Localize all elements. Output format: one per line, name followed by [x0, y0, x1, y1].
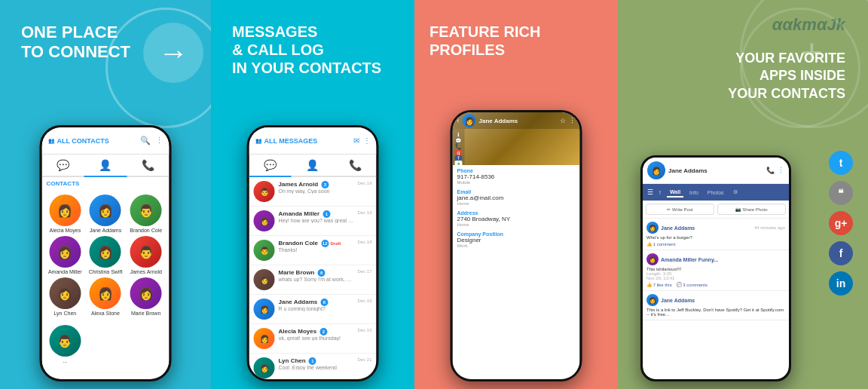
plus-icon: +	[801, 30, 823, 74]
section-headline: FEATURE RICH PROFILES	[414, 23, 618, 59]
list-item[interactable]: 👩 Alexa Stone	[87, 277, 124, 316]
profile-name: Jane Addams	[479, 118, 560, 124]
list-item[interactable]: 👨 James Arnold	[127, 236, 165, 274]
fb-header-icons: 📞 ⋮	[766, 167, 784, 174]
avatar: 👩	[90, 236, 121, 268]
fb-menu-bar: ☰ f Wall Info Photos ⚙	[643, 184, 789, 201]
connect-arrow-icon: →	[143, 23, 203, 83]
section-profiles: FEATURE RICH PROFILES ‹ 👩 Jane Addams ☆ …	[414, 0, 618, 389]
list-item[interactable]: 👩 Jane Addams This is a lnk to Jeff Buck…	[643, 291, 789, 320]
list-item[interactable]: 👩 Lyn Chen	[47, 277, 84, 316]
contacts-icon: 👥	[48, 138, 55, 144]
section-messages: MESSAGES & CALL LOG IN YOUR CONTACTS 👥 A…	[211, 0, 414, 389]
list-item[interactable]: 👩 Alecia Moyes	[47, 194, 84, 233]
avatar: 👩	[647, 161, 665, 179]
list-item[interactable]: 👩 Jane Addams	[87, 194, 124, 233]
fb-photos-tab[interactable]: Photos	[704, 188, 727, 197]
share-photo-button[interactable]: 📷 Share Photo	[717, 204, 786, 215]
call-icon[interactable]: 📞	[455, 144, 463, 150]
avatar: 👩	[49, 277, 81, 309]
fb-info-tab[interactable]: Info	[686, 188, 701, 197]
post-header: 👩 Amanda Miller Funny...	[646, 253, 785, 265]
address-section: Address 2740 Broadway, NY Home	[457, 210, 576, 227]
more-icon[interactable]: ⋮	[155, 136, 164, 145]
contact-grid-bottom: 👨 ...	[42, 320, 170, 368]
tab-contacts-msg[interactable]: 👤	[292, 155, 334, 176]
tab-messages[interactable]: 💬	[249, 155, 292, 177]
tab-phone[interactable]: 📞	[127, 155, 169, 176]
avatar: 👩	[49, 194, 81, 226]
profile-header-bar: ‹ 👩 Jane Addams ☆ ⋮	[453, 112, 580, 129]
linkedin-icon: in	[829, 271, 853, 296]
avatar: 👨	[130, 194, 162, 226]
avatar: 👨	[49, 325, 81, 357]
contacts-title: ALL CONTACTS	[57, 137, 140, 145]
profile-screen: ‹ 👩 Jane Addams ☆ ⋮ ℹ 💬 📞 g f ● t in g	[453, 112, 580, 379]
like-count[interactable]: 👍 1 comment	[646, 241, 675, 247]
post-header: 👩 Jane Addams 44 minutes ago	[646, 222, 785, 234]
write-post-button[interactable]: ✏ Write Post	[646, 204, 714, 215]
section-headline: MESSAGES & CALL LOG IN YOUR CONTACTS	[211, 23, 414, 77]
fb-actions: ✏ Write Post 📷 Share Photo	[643, 201, 789, 219]
phone-contacts-mockup: 👥 ALL CONTACTS 🔍 ⋮ 💬 👤 📞 CONTACTS 👩 Alec	[40, 125, 172, 381]
info-icon[interactable]: ℹ	[455, 132, 463, 138]
fb-logo: f	[656, 188, 664, 197]
fb-hamburger-icon[interactable]: ☰	[647, 188, 653, 196]
contacts-tab-bar: 💬 👤 📞	[42, 155, 170, 177]
tab-phone-msg[interactable]: 📞	[334, 155, 376, 176]
more-icon[interactable]: ⋮	[363, 136, 371, 145]
social-icons: t ❝ g+ f in	[829, 151, 868, 296]
facebook-icon[interactable]: f	[455, 155, 463, 161]
twitter-icon: t	[829, 151, 853, 175]
like-count[interactable]: 👍 7 like this	[646, 282, 672, 287]
avatar: 👩	[49, 236, 81, 268]
fb-wall-tab[interactable]: Wall	[667, 188, 683, 198]
list-item[interactable]: 👨 Brandon Cole	[127, 194, 165, 233]
message-list: 👨 James Arnold 3 On my way, Cya soon Dec…	[249, 177, 377, 381]
messages-tab-bar: 💬 👤 📞	[249, 155, 377, 177]
quote-icon: ❝	[829, 181, 853, 205]
chat-icon[interactable]: 💬	[455, 138, 463, 144]
contact-grid: 👩 Alecia Moyes 👩 Jane Addams 👨 Brandon C…	[42, 190, 170, 320]
search-icon[interactable]: 🔍	[140, 136, 151, 145]
gplus-icon[interactable]: g	[455, 150, 463, 155]
list-item[interactable]: 👨 James Arnold 3 On my way, Cya soon Dec…	[249, 177, 377, 207]
avatar: 👩	[90, 194, 121, 226]
section-apps: + ααkmαJk YOUR FAVORITE APPS INSIDE YOUR…	[618, 0, 868, 389]
list-item[interactable]: 👩 Christina Swift	[87, 236, 124, 274]
list-item[interactable]: 👩 Jane Addams 6 R u coming tonight? Dec …	[249, 295, 377, 324]
list-item[interactable]: 👨 ...	[47, 325, 84, 363]
section-headline: ONE PLACE TO CONNECT	[0, 23, 130, 63]
fb-header: 👩 Jane Addams 📞 ⋮	[643, 158, 789, 184]
list-item[interactable]: 👨 Brandon Cole 12 Draft Thanks! Dec 18	[249, 236, 377, 265]
tab-chat[interactable]: 💬	[42, 155, 84, 176]
section-one-place: → ONE PLACE TO CONNECT 👥 ALL CONTACTS 🔍 …	[0, 0, 211, 389]
list-item[interactable]: 👩 Lyn Chen 1 Cool. Enjoy the weekend Dec…	[249, 354, 377, 381]
back-icon[interactable]: ‹	[457, 117, 460, 124]
whatsapp-icon[interactable]: ●	[455, 161, 463, 165]
comment-count[interactable]: 💬 3 comments	[677, 282, 708, 287]
fb-settings-tab[interactable]: ⚙	[730, 188, 741, 197]
contacts-screen: 👥 ALL CONTACTS 🔍 ⋮ 💬 👤 📞 CONTACTS 👩 Alec	[42, 127, 170, 379]
profile-side-icons: ℹ 💬 📞 g f ● t in g	[453, 129, 465, 165]
star-icon[interactable]: ☆	[560, 117, 566, 124]
list-item[interactable]: 👩 Marie Brown 8 whats up? Sorry I'm at w…	[249, 265, 377, 295]
avatar: 👨	[130, 236, 162, 268]
tab-contacts[interactable]: 👤	[84, 155, 127, 177]
fb-profile-name: Jane Addams	[668, 167, 763, 174]
contacts-app-bar: 👥 ALL CONTACTS 🔍 ⋮	[42, 127, 170, 155]
list-item[interactable]: 👩 Jane Addams 44 minutes ago Who's up fo…	[643, 219, 789, 250]
contact-detail: Phone 917-714-8536 Mobile Email jane.a@m…	[453, 165, 580, 256]
profile-header: ‹ 👩 Jane Addams ☆ ⋮ ℹ 💬 📞 g f ● t in g	[453, 112, 580, 165]
list-item[interactable]: 👩 Marie Brown	[127, 277, 165, 316]
more-icon[interactable]: ⋮	[569, 117, 576, 124]
phone-icon[interactable]: 📞	[766, 167, 775, 174]
more-icon[interactable]: ⋮	[778, 167, 784, 174]
company-section: Company Position Designer Work	[457, 231, 576, 248]
list-item[interactable]: 👩 Alecia Moyes 2 ok, great! see ya thurs…	[249, 324, 377, 354]
compose-icon[interactable]: ✉	[353, 136, 359, 145]
list-item[interactable]: 👩 Amanda Miller 1 Hey! how are you? was …	[249, 207, 377, 236]
list-item[interactable]: 👩 Amanda Miller Funny... This ishilariou…	[643, 250, 789, 291]
messages-screen: 👥 ALL MESSAGES ✉ ⋮ 💬 👤 📞 👨 James Arnold …	[249, 127, 377, 381]
list-item[interactable]: 👩 Amanda Miller	[47, 236, 84, 274]
